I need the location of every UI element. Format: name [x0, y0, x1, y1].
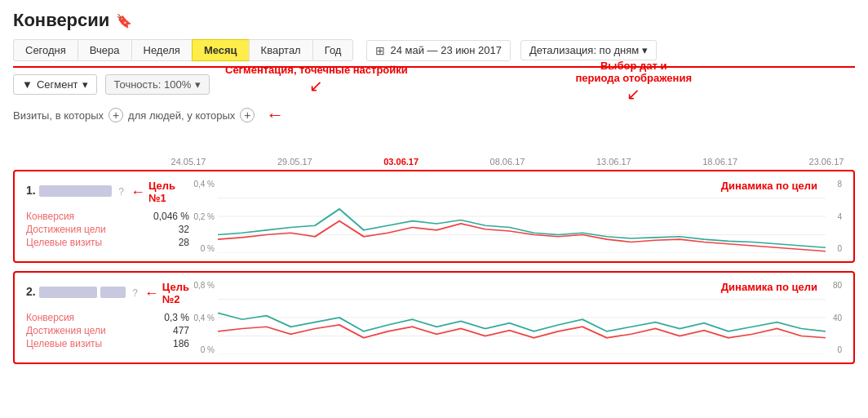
stat-label: Достижения цели	[26, 325, 106, 336]
date-axis-item: 24.05.17	[160, 157, 217, 167]
stat-label: Конверсия	[26, 312, 74, 323]
y-axis-label: 40	[826, 314, 842, 322]
detail-label: Детализация: по дням	[529, 44, 639, 56]
goal-left-1: 1.?←Цель №1Конверсия0,046 %Достижения це…	[26, 180, 189, 250]
chart-y-left-2: 0,8 %0,4 %0 %	[189, 281, 218, 354]
goal-card-2: 2.?←Цель №2Конверсия0,3 %Достижения цели…	[13, 271, 855, 364]
period-tab-вчера[interactable]: Вчера	[78, 39, 131, 61]
stat-label: Целевые визиты	[26, 338, 102, 349]
stat-row: Конверсия0,046 %	[26, 211, 189, 222]
second-toolbar: ▼ Сегмент ▾ Точность: 100% ▾	[13, 74, 855, 95]
goal-annotation-label-2: Цель №2	[162, 281, 189, 305]
stat-row: Конверсия0,3 %	[26, 312, 189, 323]
goal-chart-2: 0,8 %0,4 %0 %80400Динамика по цели	[189, 281, 842, 354]
accuracy-button[interactable]: Точность: 100% ▾	[105, 74, 210, 95]
date-axis-item: 08.06.17	[479, 157, 536, 167]
date-axis-item: 18.06.17	[692, 157, 749, 167]
period-tab-неделя[interactable]: Неделя	[131, 39, 192, 61]
page-container: Конверсии 🔖 СегодняВчераНеделяМесяцКварт…	[0, 0, 868, 382]
stat-value: 0,046 %	[153, 211, 189, 222]
date-axis: 24.05.1729.05.1703.06.1708.06.1713.06.17…	[13, 157, 855, 170]
visits-prefix: Визиты, в которых	[13, 109, 104, 122]
goal-name-blur-1	[39, 185, 113, 197]
goal-annotation-arrow-2: ←	[144, 285, 159, 302]
date-range-text: 24 май — 23 июн 2017	[390, 44, 502, 56]
goal-info-icon-1[interactable]: ?	[118, 186, 124, 198]
stat-row: Достижения цели32	[26, 224, 189, 235]
chart-y-right-2: 80400	[826, 281, 842, 354]
accuracy-chevron: ▾	[195, 78, 201, 91]
visits-filter-row: Визиты, в которых + для людей, у которых…	[13, 104, 855, 132]
y-axis-label: 0 %	[189, 244, 215, 253]
goal-card-1: 1.?←Цель №1Конверсия0,046 %Достижения це…	[13, 170, 855, 263]
stat-value: 32	[179, 224, 189, 235]
goal-chart-1: 0,4 %0,2 %0 %840Динамика по цели	[189, 180, 842, 253]
goal-number-2: 2.	[26, 285, 36, 298]
goal-annotation-arrow-1: ←	[131, 184, 145, 201]
segmentation-text: Сегментация, точечные настройки	[225, 64, 408, 76]
segmentation-annotation: Сегментация, точечные настройки ↙	[225, 64, 408, 96]
detail-selector[interactable]: Детализация: по дням ▾	[520, 40, 657, 60]
calendar-icon: ⊞	[375, 44, 385, 57]
y-axis-label: 80	[826, 281, 842, 290]
goal-cards: 1.?←Цель №1Конверсия0,046 %Достижения це…	[13, 170, 855, 364]
date-axis-item: 23.06.17	[798, 157, 855, 167]
y-axis-label: 0,2 %	[189, 212, 215, 221]
stat-value: 186	[173, 338, 189, 349]
goal-name-blur2-2	[100, 287, 126, 298]
date-selection-arrow: ↙	[627, 85, 640, 103]
y-axis-label: 8	[826, 180, 842, 189]
goal-stats-2: Конверсия0,3 %Достижения цели477Целевые …	[26, 312, 189, 349]
bookmark-icon[interactable]: 🔖	[116, 13, 132, 29]
segment-label: Сегмент	[37, 78, 78, 91]
annotation-arrow: ←	[266, 104, 284, 126]
stat-label: Конверсия	[26, 211, 74, 222]
goal-info-icon-2[interactable]: ?	[132, 287, 138, 299]
stat-value: 28	[179, 237, 189, 248]
stat-row: Достижения цели477	[26, 325, 189, 336]
chart-line-1	[218, 313, 826, 331]
stat-label: Целевые визиты	[26, 237, 102, 248]
accuracy-label: Точность: 100%	[114, 78, 192, 91]
y-axis-label: 0,4 %	[189, 180, 215, 189]
stat-value: 477	[173, 325, 189, 336]
goal-name-blur-2	[39, 287, 98, 298]
goal-number-1: 1.	[26, 184, 36, 197]
date-axis-item: 03.06.17	[373, 157, 430, 167]
y-axis-label: 0 %	[189, 345, 215, 354]
period-tab-месяц[interactable]: Месяц	[192, 39, 249, 61]
segment-chevron: ▾	[82, 78, 88, 91]
add-visit-filter-button[interactable]: +	[108, 108, 123, 122]
y-axis-label: 0,8 %	[189, 281, 215, 290]
annotation-area: Сегментация, точечные настройки ↙ Выбор …	[13, 104, 855, 132]
goal-stats-1: Конверсия0,046 %Достижения цели32Целевые…	[26, 211, 189, 248]
date-selector[interactable]: ⊞ 24 май — 23 июн 2017	[366, 40, 511, 61]
stat-label: Достижения цели	[26, 224, 106, 235]
y-axis-label: 0	[826, 345, 842, 354]
stat-value: 0,3 %	[164, 312, 189, 323]
chart-line-1	[218, 209, 826, 247]
segment-button[interactable]: ▼ Сегмент ▾	[13, 74, 97, 95]
date-axis-item: 13.06.17	[585, 157, 642, 167]
chevron-down-icon: ▾	[642, 44, 648, 56]
date-selection-text: Выбор дат и периода отображения	[575, 60, 692, 84]
chart-label-2: Динамика по цели	[721, 281, 817, 293]
y-axis-label: 0	[826, 244, 842, 253]
filter-icon: ▼	[22, 78, 33, 91]
date-axis-item: 29.05.17	[266, 157, 323, 167]
y-axis-label: 4	[826, 212, 842, 221]
period-tabs: СегодняВчераНеделяМесяцКварталГод	[13, 39, 353, 61]
visits-middle: для людей, у которых	[128, 109, 235, 122]
chart-y-right-1: 840	[826, 180, 842, 253]
y-axis-label: 0,4 %	[189, 314, 215, 322]
chart-label-1: Динамика по цели	[721, 180, 817, 192]
goal-annotation-label-1: Цель №1	[148, 180, 189, 204]
period-tab-год[interactable]: Год	[312, 39, 354, 61]
period-tab-квартал[interactable]: Квартал	[249, 39, 312, 61]
add-people-filter-button[interactable]: +	[240, 108, 255, 122]
stat-row: Целевые визиты186	[26, 338, 189, 349]
period-tab-сегодня[interactable]: Сегодня	[13, 39, 78, 61]
goal-left-2: 2.?←Цель №2Конверсия0,3 %Достижения цели…	[26, 281, 189, 351]
stat-row: Целевые визиты28	[26, 237, 189, 248]
chart-y-left-1: 0,4 %0,2 %0 %	[189, 180, 218, 253]
